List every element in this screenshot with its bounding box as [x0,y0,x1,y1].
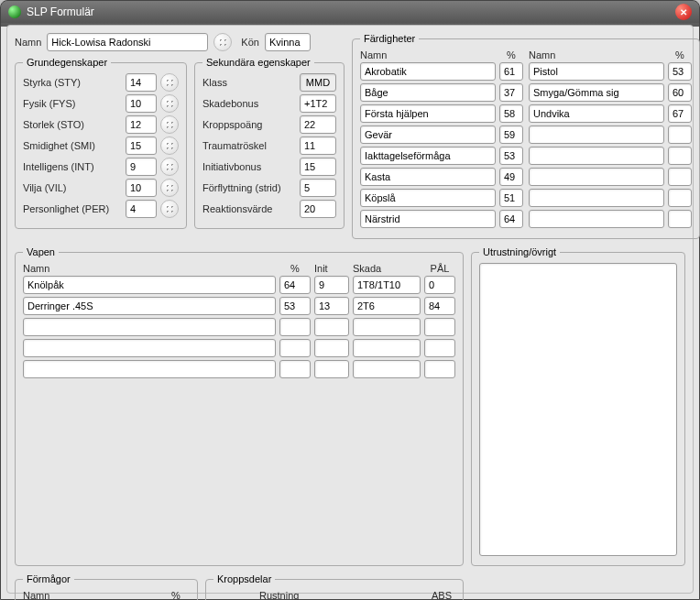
skill-name[interactable] [529,189,664,207]
skill-pct[interactable] [499,83,523,102]
secondary-label: Skadebonus [202,98,296,109]
secondary-value[interactable] [300,200,336,218]
skill-name[interactable] [360,104,496,123]
weapons-group: Vapen Namn % Init Skada PÅL [15,246,464,566]
dice-icon[interactable] [213,33,232,51]
dice-icon[interactable] [160,94,179,113]
skills-name-hdr: Namn [360,49,496,60]
skill-pct[interactable] [668,168,692,186]
basic-value[interactable] [126,94,157,113]
skill-name[interactable] [360,62,496,81]
skill-name[interactable] [360,125,496,144]
skill-name[interactable] [360,189,496,207]
weapon-init[interactable] [314,360,349,378]
secondary-label: Kroppspoäng [202,119,296,130]
weapon-pct[interactable] [279,297,311,315]
dice-icon[interactable] [160,73,179,92]
secondary-value[interactable] [300,158,336,176]
weapon-dmg[interactable] [353,297,421,315]
skill-pct[interactable] [499,104,523,123]
dice-icon[interactable] [160,136,179,155]
close-icon[interactable]: ✕ [675,4,692,20]
dice-icon[interactable] [160,158,179,176]
secondary-value[interactable] [300,94,336,113]
basic-value[interactable] [126,179,157,197]
skill-pct[interactable] [499,147,523,165]
skill-name[interactable] [529,125,664,144]
skill-pct[interactable] [668,104,692,123]
skill-name[interactable] [360,168,496,186]
basic-value[interactable] [126,115,157,134]
secondary-label: Initiativbonus [202,161,296,172]
gender-input[interactable] [265,33,311,51]
weapon-dmg[interactable] [353,276,421,294]
skill-pct[interactable] [668,62,692,81]
weapon-name[interactable] [23,297,276,315]
skill-name[interactable] [360,210,496,228]
skill-name[interactable] [529,210,664,228]
weapon-dmg[interactable] [353,339,421,357]
basic-value[interactable] [126,158,157,176]
weapon-pct[interactable] [279,360,311,378]
weapon-pal[interactable] [424,318,455,336]
basic-label: Fysik (FYS) [23,98,122,109]
weapon-name[interactable] [23,339,276,357]
secondary-value[interactable] [300,115,336,134]
skill-name[interactable] [360,83,496,102]
weapon-name[interactable] [23,318,276,336]
basic-label: Storlek (STO) [23,119,122,130]
weapon-init[interactable] [314,276,349,294]
skill-name[interactable] [529,147,664,165]
skill-pct[interactable] [499,189,523,207]
weapon-pal[interactable] [424,339,455,357]
skill-name[interactable] [529,62,664,81]
secondary-label: Traumatröskel [202,140,296,151]
skill-name[interactable] [529,83,664,102]
skill-name[interactable] [529,168,664,186]
weapon-name[interactable] [23,360,276,378]
basic-label: Personlighet (PER) [23,203,122,214]
skill-name[interactable] [360,147,496,165]
secondary-group: Sekundära egenskaper Klass MMD Skadebonu… [194,57,345,229]
weapon-init[interactable] [314,339,349,357]
bodyparts-hdr-armor: Rustning [259,590,424,600]
skill-pct[interactable] [499,125,523,144]
dice-icon[interactable] [160,179,179,197]
skill-pct[interactable] [668,210,692,228]
secondary-value[interactable] [300,136,336,155]
skill-pct[interactable] [499,168,523,186]
basic-value[interactable] [126,73,157,92]
secondary-legend: Sekundära egenskaper [202,57,314,68]
secondary-label: Klass [202,77,296,88]
skill-pct[interactable] [668,147,692,165]
dice-icon[interactable] [160,115,179,134]
abilities-group: Förmågor Namn % [15,573,198,600]
weapon-pal[interactable] [424,297,455,315]
weapon-pal[interactable] [424,360,455,378]
weapons-hdr-name: Namn [23,263,276,274]
basic-value[interactable] [126,136,157,155]
skill-name[interactable] [529,104,664,123]
weapon-init[interactable] [314,318,349,336]
secondary-value: MMD [300,73,336,92]
basic-value[interactable] [126,200,157,218]
weapon-name[interactable] [23,276,276,294]
skill-pct[interactable] [499,210,523,228]
skill-pct[interactable] [668,189,692,207]
bodyparts-hdr-abs: ABS [428,590,455,600]
dice-icon[interactable] [160,200,179,218]
weapon-pct[interactable] [279,318,311,336]
weapon-pct[interactable] [279,339,311,357]
weapon-pct[interactable] [279,276,311,294]
basic-label: Styrka (STY) [23,77,122,88]
skill-pct[interactable] [668,83,692,102]
weapon-dmg[interactable] [353,318,421,336]
weapon-dmg[interactable] [353,360,421,378]
equip-text[interactable] [479,263,677,556]
name-input[interactable] [47,33,208,51]
secondary-value[interactable] [300,179,336,197]
skill-pct[interactable] [668,125,692,144]
weapon-init[interactable] [314,297,349,315]
weapon-pal[interactable] [424,276,455,294]
skill-pct[interactable] [499,62,523,81]
